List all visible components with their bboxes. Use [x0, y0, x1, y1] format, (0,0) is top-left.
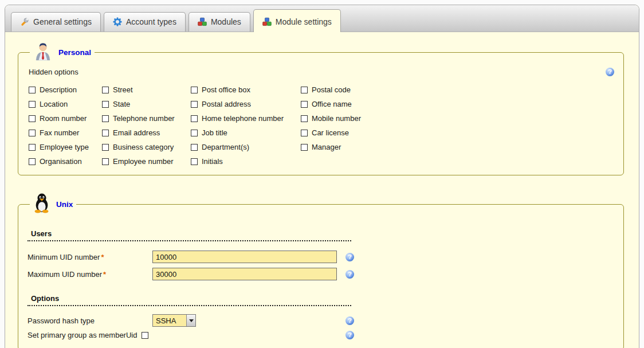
checkbox[interactable]: [301, 101, 308, 108]
checkbox[interactable]: [301, 130, 308, 136]
checkbox-label: Employee number: [113, 157, 174, 166]
checkbox-label: Postal address: [202, 100, 251, 108]
hidden-option-room-number: Room number: [29, 114, 102, 123]
tab-label: Modules: [211, 17, 241, 26]
checkbox[interactable]: [102, 115, 109, 122]
password-hash-select[interactable]: SSHA: [152, 314, 196, 327]
hidden-option-location: Location: [29, 100, 102, 108]
checkbox[interactable]: [191, 87, 198, 93]
checkbox-label: Office name: [312, 100, 352, 108]
hidden-option-postal-address: Postal address: [191, 100, 301, 108]
hidden-option-fax-number: Fax number: [29, 128, 102, 137]
chevron-down-icon[interactable]: [186, 315, 195, 326]
users-subheader: Users: [28, 229, 351, 241]
hidden-options-label: Hidden options: [29, 68, 78, 76]
unix-title: Unix: [56, 200, 73, 209]
password-hash-row: Password hash type SSHA ?: [28, 314, 354, 327]
checkbox[interactable]: [191, 115, 198, 122]
password-hash-label: Password hash type: [28, 316, 152, 325]
max-uid-row: Maximum UID number* ?: [28, 268, 354, 280]
checkbox-label: Car license: [312, 128, 349, 137]
required-marker: *: [103, 270, 106, 279]
config-panel: General settings Account types: [5, 5, 639, 348]
checkbox-label: Description: [40, 85, 77, 94]
checkbox[interactable]: [29, 101, 36, 108]
hidden-option-post-office-box: Post office box: [191, 85, 301, 94]
checkbox[interactable]: [102, 87, 109, 93]
checkbox-label: Initials: [202, 157, 223, 166]
hidden-option-employee-type: Employee type: [29, 143, 102, 151]
unix-section: Unix Users Minimum UID number* ? Maximum…: [18, 193, 624, 348]
max-uid-input[interactable]: [152, 268, 337, 280]
min-uid-label: Minimum UID number*: [28, 253, 152, 261]
member-uid-row: Set primary group as memberUid ?: [28, 331, 354, 339]
help-icon[interactable]: ?: [345, 270, 354, 279]
help-icon[interactable]: ?: [345, 253, 354, 261]
hidden-option-home-telephone-number: Home telephone number: [191, 114, 301, 123]
checkbox[interactable]: [191, 101, 198, 108]
checkbox-label: Post office box: [202, 85, 250, 94]
tab-bar: General settings Account types: [5, 5, 639, 32]
checkbox[interactable]: [29, 130, 36, 136]
member-uid-checkbox[interactable]: [142, 332, 148, 339]
checkbox[interactable]: [191, 144, 198, 151]
checkbox[interactable]: [301, 87, 308, 93]
checkbox-label: Home telephone number: [202, 114, 284, 123]
checkbox-label: State: [113, 100, 130, 108]
hidden-options-header: Hidden options ?: [29, 68, 614, 76]
unix-legend: Unix: [30, 193, 76, 216]
checkbox-label: Location: [40, 100, 68, 108]
hidden-option-postal-code: Postal code: [301, 85, 614, 94]
required-marker: *: [101, 253, 104, 261]
help-icon[interactable]: ?: [345, 331, 354, 339]
hidden-option-employee-number: Employee number: [102, 157, 191, 166]
checkbox[interactable]: [29, 144, 36, 151]
checkbox[interactable]: [102, 101, 109, 108]
help-icon[interactable]: ?: [345, 316, 354, 325]
tab-modules[interactable]: Modules: [189, 12, 250, 32]
min-uid-row: Minimum UID number* ?: [28, 251, 354, 263]
checkbox-label: Email address: [113, 128, 160, 137]
hidden-option-business-category: Business category: [102, 143, 191, 151]
tab-module-settings[interactable]: Module settings: [253, 9, 341, 32]
help-icon[interactable]: ?: [606, 68, 614, 76]
checkbox-label: Employee type: [40, 143, 89, 151]
max-uid-label: Maximum UID number*: [28, 270, 152, 279]
checkbox[interactable]: [29, 87, 36, 93]
tab-account-types[interactable]: Account types: [104, 12, 186, 32]
tab-label: General settings: [33, 17, 92, 26]
hidden-option-department-s-: Department(s): [191, 143, 301, 151]
checkbox-label: Mobile number: [312, 114, 361, 123]
checkbox[interactable]: [29, 158, 36, 165]
tab-general-settings[interactable]: General settings: [11, 12, 101, 32]
checkbox-label: Organisation: [40, 157, 82, 166]
checkbox[interactable]: [191, 158, 198, 165]
checkbox-label: Business category: [113, 143, 174, 151]
person-icon: [33, 41, 53, 63]
hidden-option-car-license: Car license: [301, 128, 614, 137]
tab-label: Module settings: [276, 17, 332, 26]
unix-body: Users Minimum UID number* ? Maximum UID …: [28, 229, 614, 339]
checkbox[interactable]: [102, 158, 109, 165]
gear-icon: [113, 17, 122, 26]
checkbox[interactable]: [102, 130, 109, 136]
personal-legend: Personal: [30, 41, 95, 63]
checkbox-label: Room number: [40, 114, 87, 123]
checkbox[interactable]: [191, 130, 198, 136]
hidden-option-telephone-number: Telephone number: [102, 114, 191, 123]
checkbox[interactable]: [29, 115, 36, 122]
checkbox[interactable]: [301, 144, 308, 151]
hidden-options-grid: DescriptionStreetPost office boxPostal c…: [29, 85, 614, 166]
password-hash-value: SSHA: [153, 315, 186, 326]
hidden-option-street: Street: [102, 85, 191, 94]
hidden-option-job-title: Job title: [191, 128, 301, 137]
min-uid-input[interactable]: [152, 251, 337, 263]
hidden-option-initials: Initials: [191, 157, 301, 166]
personal-title: Personal: [58, 48, 91, 57]
checkbox[interactable]: [102, 144, 109, 151]
hidden-option-office-name: Office name: [301, 100, 614, 108]
checkbox-label: Postal code: [312, 85, 351, 94]
checkbox-label: Department(s): [202, 143, 249, 151]
checkbox[interactable]: [301, 115, 308, 122]
blocks-icon: [262, 17, 272, 26]
